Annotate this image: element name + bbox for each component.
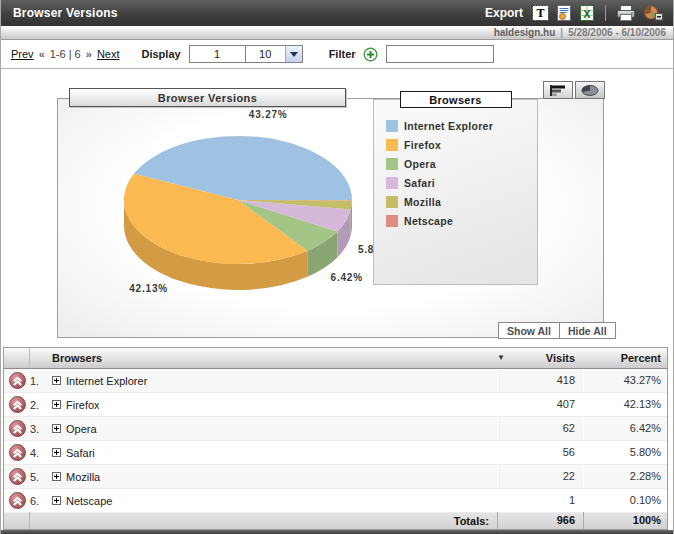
table-row[interactable]: 6. Netscape 1 0.10%: [4, 489, 667, 513]
filter-label: Filter: [329, 48, 356, 60]
table-row[interactable]: 3. Opera 62 6.42%: [4, 417, 667, 441]
expand-icon[interactable]: [52, 448, 61, 457]
chart-title: Browser Versions: [69, 88, 346, 107]
pie-view-button[interactable]: [575, 81, 605, 99]
browser-name: Mozilla: [66, 471, 100, 483]
row-number: 3.: [30, 423, 50, 435]
table-row[interactable]: 2. Firefox 407 42.13%: [4, 393, 667, 417]
site-name: haldesign.hu: [494, 27, 556, 38]
pie-percent-label: 42.13%: [129, 283, 168, 294]
percent-value: 43.27%: [583, 369, 667, 392]
legend-item[interactable]: Opera: [386, 154, 537, 173]
visits-value: 1: [497, 489, 583, 512]
browser-name: Internet Explorer: [66, 375, 147, 387]
title-bar: Browser Versions Export T X: [1, 0, 673, 26]
row-number: 2.: [30, 399, 50, 411]
row-number: 6.: [30, 495, 50, 507]
move-up-icon[interactable]: [9, 468, 26, 485]
prev-link[interactable]: Prev: [11, 48, 34, 60]
display-page-input[interactable]: [189, 45, 246, 63]
header-percent[interactable]: Percent: [583, 352, 667, 364]
legend-label: Internet Explorer: [404, 120, 493, 132]
hide-all-button[interactable]: Hide All: [559, 322, 616, 339]
app-window: Browser Versions Export T X haldesign.hu…: [0, 0, 674, 534]
filter-input[interactable]: [386, 45, 494, 63]
legend-swatch: [386, 196, 398, 208]
visits-value: 22: [497, 465, 583, 488]
browser-name: Firefox: [66, 399, 100, 411]
table-header[interactable]: Browsers ▼ Visits Percent: [4, 347, 667, 369]
chart-collapse-icon[interactable]: [643, 5, 663, 21]
export-doc-icon[interactable]: [556, 5, 572, 21]
chart-section: 43.27%42.13%6.42%5.80% Browser Versions …: [1, 69, 673, 347]
header-visits-cell[interactable]: ▼ Visits: [497, 352, 583, 364]
export-toolbar: Export T X: [485, 5, 663, 21]
header-browsers[interactable]: Browsers: [50, 352, 497, 364]
next-arrows-icon[interactable]: »: [86, 48, 92, 60]
legend-label: Netscape: [404, 215, 453, 227]
legend-label: Firefox: [404, 139, 441, 151]
move-up-icon[interactable]: [9, 420, 26, 437]
percent-value: 6.42%: [583, 417, 667, 440]
move-up-icon[interactable]: [9, 444, 26, 461]
row-number: 1.: [30, 375, 50, 387]
percent-value: 0.10%: [583, 489, 667, 512]
row-range: 1-6 | 6: [50, 48, 81, 60]
legend-item[interactable]: Internet Explorer: [386, 116, 537, 135]
totals-percent: 100%: [583, 512, 667, 529]
show-all-button[interactable]: Show All: [498, 322, 560, 339]
toolbar-divider: [605, 5, 606, 21]
visits-value: 62: [497, 417, 583, 440]
legend-label: Opera: [404, 158, 436, 170]
report-info-bar: haldesign.hu | 5/28/2006 - 6/10/2006: [1, 26, 673, 40]
chart-view-toggles: [543, 81, 605, 99]
table-row[interactable]: 1. Internet Explorer 418 43.27%: [4, 369, 667, 393]
expand-icon[interactable]: [52, 376, 61, 385]
percent-value: 2.28%: [583, 465, 667, 488]
legend-item[interactable]: Netscape: [386, 211, 537, 230]
svg-text:T: T: [536, 6, 544, 20]
pager-bar: Prev « 1-6 | 6 » Next Display 10 Filter: [1, 40, 673, 69]
move-up-icon[interactable]: [9, 396, 26, 413]
visits-value: 407: [497, 393, 583, 416]
expand-icon[interactable]: [52, 496, 61, 505]
prev-arrows-icon[interactable]: «: [39, 48, 45, 60]
svg-text:X: X: [583, 8, 591, 20]
row-number: 4.: [30, 447, 50, 459]
legend-items: Internet Explorer Firefox Opera: [386, 116, 537, 230]
header-visits[interactable]: Visits: [546, 352, 575, 364]
expand-icon[interactable]: [52, 424, 61, 433]
legend-swatch: [386, 139, 398, 151]
legend-item[interactable]: Firefox: [386, 135, 537, 154]
totals-label: Totals:: [30, 515, 497, 527]
display-label: Display: [142, 48, 181, 60]
move-up-icon[interactable]: [9, 372, 26, 389]
bar-view-button[interactable]: [543, 81, 573, 99]
legend-swatch: [386, 120, 398, 132]
expand-icon[interactable]: [52, 400, 61, 409]
info-separator: |: [560, 27, 563, 38]
browser-name: Safari: [66, 447, 95, 459]
export-label: Export: [485, 6, 523, 20]
page-size-select[interactable]: 10: [246, 45, 303, 63]
legend-title: Browsers: [400, 91, 512, 108]
chevron-down-icon[interactable]: [285, 46, 302, 62]
table-row[interactable]: 5. Mozilla 22 2.28%: [4, 465, 667, 489]
row-number: 5.: [30, 471, 50, 483]
header-move-column: [4, 348, 30, 368]
page-title: Browser Versions: [13, 6, 118, 20]
expand-icon[interactable]: [52, 472, 61, 481]
pie-percent-label: 43.27%: [249, 109, 288, 120]
legend-swatch: [386, 158, 398, 170]
legend-item[interactable]: Mozilla: [386, 192, 537, 211]
export-excel-icon[interactable]: X: [579, 5, 595, 21]
table-row[interactable]: 4. Safari 56 5.80%: [4, 441, 667, 465]
add-filter-icon[interactable]: [363, 47, 378, 62]
legend-item[interactable]: Safari: [386, 173, 537, 192]
browser-name: Netscape: [66, 495, 112, 507]
print-icon[interactable]: [616, 5, 636, 21]
move-up-icon[interactable]: [9, 492, 26, 509]
export-text-icon[interactable]: T: [532, 5, 549, 21]
sort-desc-icon[interactable]: ▼: [497, 354, 505, 362]
next-link[interactable]: Next: [97, 48, 120, 60]
